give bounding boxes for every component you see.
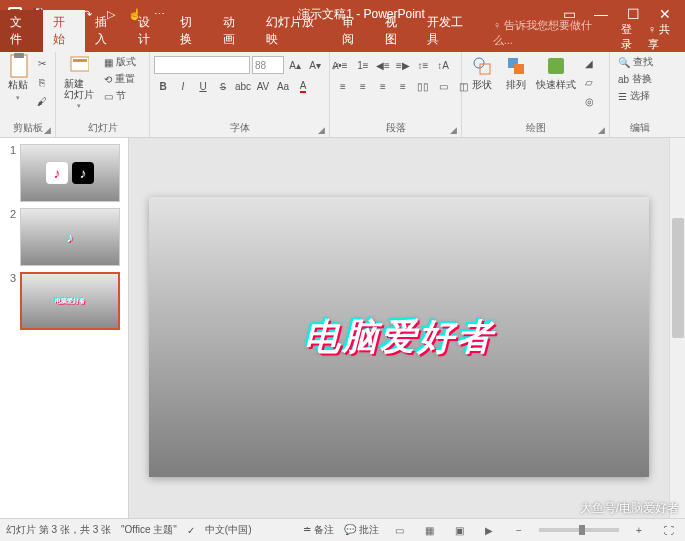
shape-fill-button[interactable]: ◢ xyxy=(580,54,598,72)
tab-animations[interactable]: 动画 xyxy=(213,10,256,52)
reading-view-button[interactable]: ▣ xyxy=(449,522,469,538)
new-slide-button[interactable]: 新建 幻灯片 ▾ xyxy=(60,54,98,112)
underline-button[interactable]: U xyxy=(194,77,212,95)
shape-effects-button[interactable]: ◎ xyxy=(580,92,598,110)
tell-me-input[interactable]: ♀ 告诉我您想要做什么... xyxy=(483,14,616,52)
format-painter-button[interactable]: 🖌 xyxy=(33,92,51,110)
quickstyles-label: 快速样式 xyxy=(536,78,576,92)
zoom-slider[interactable] xyxy=(539,528,619,532)
font-dialog-launcher[interactable]: ◢ xyxy=(318,125,325,135)
arrange-button[interactable]: 排列 xyxy=(500,54,532,94)
thumbnail-2[interactable]: 2 ♪ xyxy=(4,208,124,266)
bullets-button[interactable]: •≡ xyxy=(334,56,352,74)
font-family-input[interactable] xyxy=(154,56,250,74)
tiktok-icon: ♪ xyxy=(72,162,94,184)
char-spacing-button[interactable]: AV xyxy=(254,77,272,95)
layout-button[interactable]: ▦版式 xyxy=(100,54,140,70)
arrange-icon xyxy=(506,56,526,76)
language-indicator[interactable]: 中文(中国) xyxy=(205,523,252,537)
slide-title-text[interactable]: 电脑爱好者 xyxy=(304,313,494,362)
thumbnail-3[interactable]: 3 电脑爱好者 xyxy=(4,272,124,330)
slideshow-view-button[interactable]: ▶ xyxy=(479,522,499,538)
replace-label: 替换 xyxy=(632,72,652,86)
cut-button[interactable]: ✂ xyxy=(33,54,51,72)
tab-insert[interactable]: 插入 xyxy=(85,10,128,52)
decrease-font-button[interactable]: A▾ xyxy=(306,56,324,74)
notes-button[interactable]: ≐ 备注 xyxy=(303,523,334,537)
replace-button[interactable]: ab替换 xyxy=(614,71,657,87)
bold-button[interactable]: B xyxy=(154,77,172,95)
notes-label: 备注 xyxy=(314,524,334,535)
align-left-button[interactable]: ≡ xyxy=(334,77,352,95)
svg-rect-9 xyxy=(514,64,524,74)
paragraph-dialog-launcher[interactable]: ◢ xyxy=(450,125,457,135)
ribbon: 粘贴 ▾ ✂ ⎘ 🖌 剪贴板◢ 新建 幻灯片 ▾ ▦版式 ⟲重置 ▭节 xyxy=(0,52,685,138)
change-case-button[interactable]: Aa xyxy=(274,77,292,95)
drawing-dialog-launcher[interactable]: ◢ xyxy=(598,125,605,135)
spellcheck-indicator[interactable]: ✓ xyxy=(187,525,195,536)
shadow-button[interactable]: abc xyxy=(234,77,252,95)
sorter-view-button[interactable]: ▦ xyxy=(419,522,439,538)
shape-outline-button[interactable]: ▱ xyxy=(580,73,598,91)
tab-view[interactable]: 视图 xyxy=(375,10,418,52)
svg-rect-3 xyxy=(14,53,24,58)
theme-indicator[interactable]: "Office 主题" xyxy=(121,523,177,537)
normal-view-button[interactable]: ▭ xyxy=(389,522,409,538)
zoom-in-button[interactable]: + xyxy=(629,522,649,538)
thumbnail-1[interactable]: 1 ♪ ♪ xyxy=(4,144,124,202)
tab-design[interactable]: 设计 xyxy=(128,10,171,52)
section-icon: ▭ xyxy=(104,91,113,102)
numbering-button[interactable]: 1≡ xyxy=(354,56,372,74)
columns-button[interactable]: ▯▯ xyxy=(414,77,432,95)
italic-button[interactable]: I xyxy=(174,77,192,95)
tab-home[interactable]: 开始 xyxy=(43,10,86,52)
paste-button[interactable]: 粘贴 ▾ xyxy=(4,54,31,104)
shapes-button[interactable]: 形状 xyxy=(466,54,498,94)
strikethrough-button[interactable]: S̶ xyxy=(214,77,232,95)
font-color-button[interactable]: A xyxy=(294,77,312,95)
font-size-input[interactable] xyxy=(252,56,284,74)
layout-icon: ▦ xyxy=(104,57,113,68)
zoom-out-button[interactable]: − xyxy=(509,522,529,538)
slide-counter[interactable]: 幻灯片 第 3 张，共 3 张 xyxy=(6,523,111,537)
quickstyles-button[interactable]: 快速样式 xyxy=(534,54,578,94)
find-button[interactable]: 🔍查找 xyxy=(614,54,657,70)
thumb-number: 2 xyxy=(4,208,16,266)
select-button[interactable]: ☰选择 xyxy=(614,88,657,104)
share-button[interactable]: ♀ 共享 xyxy=(648,22,679,52)
line-spacing-button[interactable]: ↕≡ xyxy=(414,56,432,74)
group-drawing: 形状 排列 快速样式 ◢ ▱ ◎ 绘图◢ xyxy=(462,52,610,137)
current-slide[interactable]: 电脑爱好者 xyxy=(149,197,649,477)
justify-button[interactable]: ≡ xyxy=(394,77,412,95)
reset-button[interactable]: ⟲重置 xyxy=(100,71,140,87)
clipboard-dialog-launcher[interactable]: ◢ xyxy=(44,125,51,135)
group-clipboard: 粘贴 ▾ ✂ ⎘ 🖌 剪贴板◢ xyxy=(0,52,56,137)
tab-transitions[interactable]: 切换 xyxy=(170,10,213,52)
tab-slideshow[interactable]: 幻灯片放映 xyxy=(256,10,333,52)
vertical-scrollbar[interactable] xyxy=(669,138,685,518)
decrease-indent-button[interactable]: ◀≡ xyxy=(374,56,392,74)
login-link[interactable]: 登录 xyxy=(621,22,642,52)
slide-area[interactable]: 电脑爱好者 xyxy=(129,156,669,518)
tab-review[interactable]: 审阅 xyxy=(332,10,375,52)
align-text-button[interactable]: ▭ xyxy=(434,77,452,95)
tab-developer[interactable]: 开发工具 xyxy=(417,10,482,52)
select-icon: ☰ xyxy=(618,91,627,102)
svg-rect-10 xyxy=(548,58,564,74)
increase-font-button[interactable]: A▴ xyxy=(286,56,304,74)
text-direction-button[interactable]: ↕A xyxy=(434,56,452,74)
copy-button[interactable]: ⎘ xyxy=(33,73,51,91)
clipboard-label: 剪贴板 xyxy=(13,122,43,133)
editing-label: 编辑 xyxy=(630,122,650,133)
scrollbar-thumb[interactable] xyxy=(672,218,684,338)
align-center-button[interactable]: ≡ xyxy=(354,77,372,95)
section-button[interactable]: ▭节 xyxy=(100,88,140,104)
thumb-slide-3: 电脑爱好者 xyxy=(20,272,120,330)
tab-file[interactable]: 文件 xyxy=(0,10,43,52)
comments-button[interactable]: 💬 批注 xyxy=(344,523,379,537)
fit-to-window-button[interactable]: ⛶ xyxy=(659,522,679,538)
increase-indent-button[interactable]: ≡▶ xyxy=(394,56,412,74)
zoom-slider-thumb[interactable] xyxy=(579,525,585,535)
align-right-button[interactable]: ≡ xyxy=(374,77,392,95)
svg-rect-2 xyxy=(11,55,27,77)
